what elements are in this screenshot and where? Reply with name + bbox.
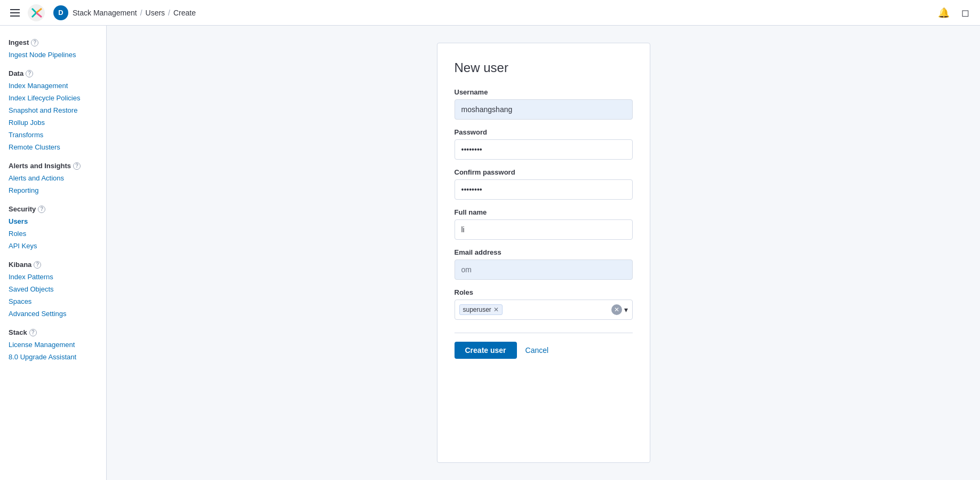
sidebar-item-alerts-actions[interactable]: Alerts and Actions <box>0 172 106 184</box>
sidebar-section-title-stack: Stack <box>9 328 27 336</box>
roles-clear-button[interactable]: ✕ <box>611 304 622 315</box>
full-name-label: Full name <box>455 208 633 216</box>
new-user-form-card: New user Username Password Confirm passw… <box>437 43 650 463</box>
data-help-icon[interactable]: ? <box>26 70 33 77</box>
email-group: Email address <box>455 248 633 280</box>
help-icon-btn[interactable]: 🔔 <box>935 4 952 21</box>
sidebar-section-title-kibana: Kibana <box>9 261 31 269</box>
sidebar-item-saved-objects[interactable]: Saved Objects <box>0 283 106 295</box>
kibana-logo <box>28 4 45 21</box>
sidebar-item-index-patterns[interactable]: Index Patterns <box>0 271 106 283</box>
breadcrumb-sep-2: / <box>168 9 170 17</box>
sidebar-item-reporting[interactable]: Reporting <box>0 184 106 196</box>
sidebar-section-title-data: Data <box>9 69 23 77</box>
roles-label: Roles <box>455 288 633 296</box>
sidebar-item-transforms[interactable]: Transforms <box>0 129 106 141</box>
sidebar-item-spaces[interactable]: Spaces <box>0 295 106 308</box>
role-remove-icon[interactable]: ✕ <box>493 306 499 313</box>
breadcrumb-stack-management[interactable]: Stack Management <box>73 9 137 17</box>
confirm-password-input[interactable] <box>455 179 633 200</box>
full-name-group: Full name <box>455 208 633 240</box>
security-help-icon[interactable]: ? <box>38 206 45 213</box>
sidebar-section-stack: Stack ? License Management 8.0 Upgrade A… <box>0 324 106 363</box>
user-menu-btn[interactable]: ◻ <box>957 4 974 21</box>
roles-controls: ✕ ▾ <box>611 304 628 315</box>
sidebar-item-index-lifecycle-policies[interactable]: Index Lifecycle Policies <box>0 92 106 104</box>
sidebar-item-upgrade-assistant[interactable]: 8.0 Upgrade Assistant <box>0 351 106 363</box>
sidebar-item-roles[interactable]: Roles <box>0 227 106 240</box>
sidebar-item-api-keys[interactable]: API Keys <box>0 240 106 252</box>
user-avatar[interactable]: D <box>53 5 68 20</box>
top-nav: D Stack Management / Users / Create 🔔 ◻ <box>0 0 980 26</box>
sidebar-section-header-stack: Stack ? <box>0 324 106 339</box>
roles-group: Roles superuser ✕ ✕ ▾ <box>455 288 633 320</box>
confirm-password-label: Confirm password <box>455 168 633 176</box>
sidebar-section-header-ingest: Ingest ? <box>0 34 106 49</box>
sidebar-section-title-security: Security <box>9 205 36 213</box>
role-badge-superuser: superuser ✕ <box>459 304 503 315</box>
sidebar-section-ingest: Ingest ? Ingest Node Pipelines <box>0 34 106 61</box>
username-input[interactable] <box>455 99 633 120</box>
hamburger-menu[interactable] <box>6 4 23 21</box>
sidebar-section-security: Security ? Users Roles API Keys <box>0 201 106 252</box>
sidebar-section-header-kibana: Kibana ? <box>0 256 106 271</box>
breadcrumb-users[interactable]: Users <box>146 9 165 17</box>
kibana-help-icon[interactable]: ? <box>34 261 41 269</box>
nav-right: 🔔 ◻ <box>935 4 974 21</box>
sidebar-item-advanced-settings[interactable]: Advanced Settings <box>0 308 106 320</box>
email-input[interactable] <box>455 259 633 280</box>
sidebar-item-ingest-node-pipelines[interactable]: Ingest Node Pipelines <box>0 49 106 61</box>
sidebar-section-title-ingest: Ingest <box>9 38 29 46</box>
user-circle-icon: ◻ <box>961 7 969 19</box>
create-user-button[interactable]: Create user <box>455 342 517 359</box>
sidebar: Ingest ? Ingest Node Pipelines Data ? In… <box>0 26 107 480</box>
main-content: New user Username Password Confirm passw… <box>107 26 980 480</box>
sidebar-item-users[interactable]: Users <box>0 215 106 227</box>
role-badge-label: superuser <box>463 306 491 313</box>
breadcrumb-current: Create <box>173 9 196 17</box>
confirm-password-group: Confirm password <box>455 168 633 200</box>
ingest-help-icon[interactable]: ? <box>31 39 38 46</box>
password-group: Password <box>455 128 633 160</box>
sidebar-item-remote-clusters[interactable]: Remote Clusters <box>0 141 106 153</box>
username-label: Username <box>455 88 633 96</box>
sidebar-section-kibana: Kibana ? Index Patterns Saved Objects Sp… <box>0 256 106 320</box>
help-icon: 🔔 <box>938 7 950 19</box>
sidebar-section-header-security: Security ? <box>0 201 106 215</box>
sidebar-section-alerts: Alerts and Insights ? Alerts and Actions… <box>0 158 106 196</box>
breadcrumb: Stack Management / Users / Create <box>73 9 196 17</box>
alerts-help-icon[interactable]: ? <box>73 162 81 170</box>
username-group: Username <box>455 88 633 120</box>
password-input[interactable] <box>455 139 633 160</box>
form-actions: Create user Cancel <box>455 333 633 359</box>
password-label: Password <box>455 128 633 136</box>
form-title: New user <box>455 60 633 75</box>
breadcrumb-sep-1: / <box>140 9 142 17</box>
sidebar-item-rollup-jobs[interactable]: Rollup Jobs <box>0 116 106 129</box>
app-body: Ingest ? Ingest Node Pipelines Data ? In… <box>0 26 980 480</box>
sidebar-section-title-alerts: Alerts and Insights <box>9 162 71 170</box>
email-label: Email address <box>455 248 633 256</box>
roles-input-container[interactable]: superuser ✕ ✕ ▾ <box>455 300 633 320</box>
full-name-input[interactable] <box>455 219 633 240</box>
sidebar-section-header-alerts: Alerts and Insights ? <box>0 158 106 172</box>
sidebar-item-license-management[interactable]: License Management <box>0 339 106 351</box>
stack-help-icon[interactable]: ? <box>29 329 37 336</box>
sidebar-section-data: Data ? Index Management Index Lifecycle … <box>0 65 106 153</box>
roles-dropdown-icon[interactable]: ▾ <box>624 305 628 314</box>
sidebar-item-snapshot-restore[interactable]: Snapshot and Restore <box>0 104 106 116</box>
sidebar-section-header-data: Data ? <box>0 65 106 80</box>
sidebar-item-index-management[interactable]: Index Management <box>0 80 106 92</box>
cancel-button[interactable]: Cancel <box>523 342 551 359</box>
